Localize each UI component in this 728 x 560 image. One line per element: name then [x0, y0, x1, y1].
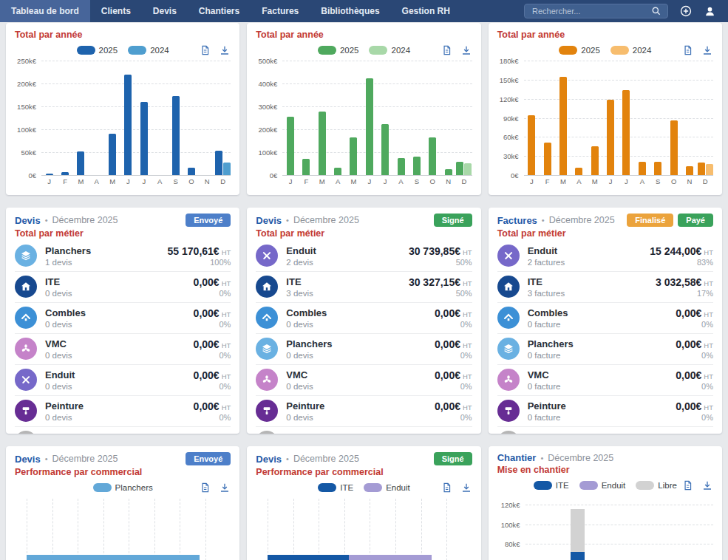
- bar-2025-2[interactable]: [319, 112, 326, 175]
- report-icon[interactable]: [200, 482, 211, 494]
- status-badge-signe[interactable]: Signé: [434, 214, 472, 227]
- bar-2025-9[interactable]: [429, 137, 436, 175]
- bar-2025-5[interactable]: [366, 78, 373, 175]
- download-icon[interactable]: [701, 479, 713, 491]
- bar-2025-11[interactable]: [698, 163, 705, 175]
- download-icon[interactable]: [219, 44, 231, 56]
- legend-item-2025[interactable]: 2025: [318, 46, 359, 55]
- bar-2025-6[interactable]: [381, 124, 389, 175]
- status-badge-paye[interactable]: Payé: [678, 214, 713, 227]
- add-icon[interactable]: [679, 4, 693, 18]
- bar-2025-0[interactable]: [287, 117, 294, 175]
- metier-row-ite[interactable]: ITE3 factures3 032,58€HT17%: [497, 272, 713, 303]
- nav-tab-devis[interactable]: Devis: [142, 0, 188, 22]
- legend-item-2024[interactable]: 2024: [369, 46, 410, 55]
- nav-tab-gestion-rh[interactable]: Gestion RH: [391, 0, 461, 22]
- bar-2025-4[interactable]: [591, 146, 599, 175]
- user-icon[interactable]: [704, 5, 716, 18]
- legend-item-2025[interactable]: 2025: [77, 46, 118, 55]
- download-icon[interactable]: [460, 44, 472, 56]
- search-icon[interactable]: [651, 6, 661, 16]
- legend-item-2024[interactable]: 2024: [610, 46, 652, 55]
- metier-row-libre[interactable]: Libre0 devis0,00€HT0%: [15, 427, 231, 434]
- legend-item-planchers[interactable]: Planchers: [93, 483, 153, 492]
- bar-2025-4[interactable]: [109, 134, 116, 175]
- metier-row-combles[interactable]: Combles0 devis0,00€HT0%: [256, 303, 472, 334]
- stacked-bar[interactable]: [571, 509, 585, 560]
- metier-row-peinture[interactable]: Peinture0 devis0,00€HT0%: [256, 396, 472, 427]
- report-icon[interactable]: [682, 44, 693, 56]
- bar-2025-5[interactable]: [607, 100, 614, 175]
- download-icon[interactable]: [460, 482, 472, 494]
- bar-2025-8[interactable]: [654, 162, 661, 175]
- bar-2025-7[interactable]: [398, 158, 405, 175]
- bar-segment-libre[interactable]: [571, 509, 585, 552]
- metier-row-vmc[interactable]: VMC0 devis0,00€HT0%: [256, 365, 472, 396]
- status-badge-envoye[interactable]: Envoyé: [186, 214, 231, 227]
- bar-2025-8[interactable]: [413, 157, 421, 175]
- status-badge-finalise[interactable]: Finalisé: [627, 214, 673, 227]
- search-input[interactable]: [531, 6, 651, 16]
- bar-2025-10[interactable]: [445, 169, 452, 175]
- metier-row-planchers[interactable]: Planchers1 devis55 170,61€HT100%: [15, 241, 231, 272]
- bar-2025-11[interactable]: [215, 151, 222, 175]
- bar-2025-5[interactable]: [124, 75, 132, 175]
- status-badge-envoye[interactable]: Envoyé: [186, 452, 231, 465]
- bar-2025-8[interactable]: [172, 96, 180, 175]
- bar-segment-ite[interactable]: [268, 555, 349, 560]
- status-badge-signe[interactable]: Signé: [434, 452, 472, 465]
- bar-2025-9[interactable]: [188, 168, 195, 175]
- metier-row-ite[interactable]: ITE0 devis0,00€HT0%: [15, 272, 231, 303]
- metier-row-planchers[interactable]: Planchers0 facture0,00€HT0%: [497, 334, 713, 365]
- metier-row-combles[interactable]: Combles0 devis0,00€HT0%: [15, 303, 231, 334]
- bar-2025-1[interactable]: [61, 172, 69, 175]
- bar-2025-7[interactable]: [639, 162, 646, 175]
- bar-2025-1[interactable]: [544, 143, 551, 175]
- bar-segment-planchers[interactable]: [27, 555, 200, 560]
- metier-row-enduit[interactable]: Enduit2 devis30 739,85€HT50%: [256, 241, 472, 272]
- bar-2024-11[interactable]: [223, 163, 231, 175]
- bar-2025-3[interactable]: [575, 168, 582, 175]
- nav-tab-factures[interactable]: Factures: [251, 0, 310, 22]
- nav-tab-clients[interactable]: Clients: [90, 0, 142, 22]
- legend-item-enduit[interactable]: Enduit: [579, 481, 626, 490]
- bar-2025-1[interactable]: [302, 159, 310, 175]
- report-icon[interactable]: [441, 482, 452, 494]
- metier-row-ite[interactable]: ITE3 devis30 327,15€HT50%: [256, 272, 472, 303]
- metier-row-vmc[interactable]: VMC0 facture0,00€HT0%: [497, 365, 713, 396]
- nav-tab-chantiers[interactable]: Chantiers: [188, 0, 251, 22]
- bar-segment-ite[interactable]: [571, 552, 585, 560]
- bar-2025-3[interactable]: [334, 168, 341, 175]
- metier-row-planchers[interactable]: Planchers0 devis0,00€HT0%: [256, 334, 472, 365]
- metier-row-peinture[interactable]: Peinture0 devis0,00€HT0%: [15, 396, 231, 427]
- metier-row-enduit[interactable]: Enduit0 devis0,00€HT0%: [15, 365, 231, 396]
- legend-item-2025[interactable]: 2025: [559, 46, 600, 55]
- metier-row-combles[interactable]: Combles0 facture0,00€HT0%: [497, 303, 713, 334]
- report-icon[interactable]: [200, 44, 211, 56]
- bar-2025-6[interactable]: [622, 90, 630, 175]
- bar-2025-0[interactable]: [46, 174, 53, 175]
- legend-item-2024[interactable]: 2024: [128, 46, 169, 55]
- metier-row-enduit[interactable]: Enduit2 factures15 244,00€HT83%: [497, 241, 713, 272]
- report-icon[interactable]: [441, 44, 452, 56]
- metier-row-vmc[interactable]: VMC0 devis0,00€HT0%: [15, 334, 231, 365]
- metier-row-peinture[interactable]: Peinture0 facture0,00€HT0%: [497, 396, 713, 427]
- bar-2025-9[interactable]: [670, 120, 678, 175]
- download-icon[interactable]: [219, 482, 231, 494]
- bar-2025-11[interactable]: [456, 162, 463, 175]
- legend-item-ite[interactable]: ITE: [534, 481, 569, 490]
- report-icon[interactable]: [682, 479, 693, 491]
- legend-item-libre[interactable]: Libre: [636, 481, 677, 490]
- bar-2025-10[interactable]: [686, 166, 693, 175]
- bar-segment-enduit[interactable]: [349, 555, 432, 560]
- nav-tab-tableau-de-bord[interactable]: Tableau de bord: [0, 0, 90, 22]
- bar-2025-4[interactable]: [350, 137, 357, 175]
- nav-tab-bibliotheques[interactable]: Bibliothèques: [310, 0, 390, 22]
- search-box[interactable]: [524, 4, 668, 18]
- legend-item-ite[interactable]: ITE: [318, 483, 353, 492]
- metier-row-libre[interactable]: Libre0 facture0,00€HT0%: [497, 427, 713, 434]
- bar-2024-11[interactable]: [706, 164, 713, 175]
- bar-2024-11[interactable]: [464, 163, 472, 175]
- bar-2025-2[interactable]: [559, 77, 567, 175]
- download-icon[interactable]: [701, 44, 713, 56]
